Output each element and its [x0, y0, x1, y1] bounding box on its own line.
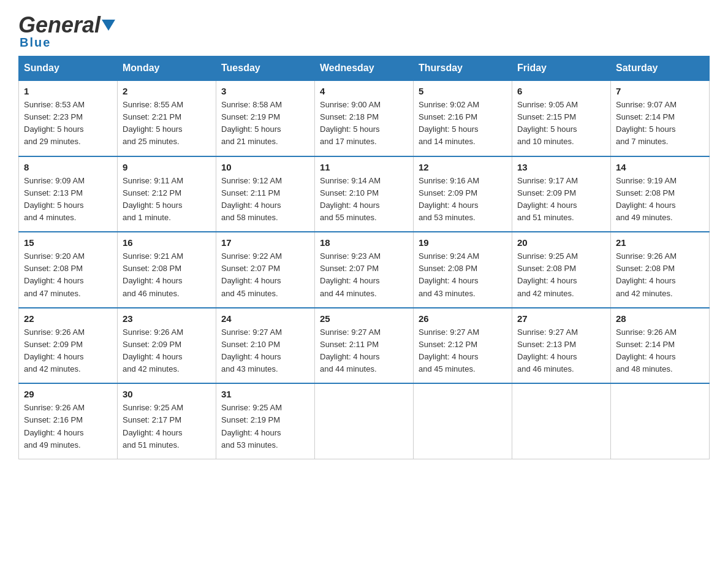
- day-info-14: Sunrise: 9:19 AMSunset: 2:08 PMDaylight:…: [616, 175, 704, 224]
- day-cell-30: 30Sunrise: 9:25 AMSunset: 2:17 PMDayligh…: [118, 383, 216, 459]
- day-cell-21: 21Sunrise: 9:26 AMSunset: 2:08 PMDayligh…: [611, 232, 710, 308]
- calendar-table: SundayMondayTuesdayWednesdayThursdayFrid…: [18, 56, 710, 459]
- day-cell-29: 29Sunrise: 9:26 AMSunset: 2:16 PMDayligh…: [19, 383, 118, 459]
- weekday-header-row: SundayMondayTuesdayWednesdayThursdayFrid…: [19, 56, 710, 81]
- week-row-4: 22Sunrise: 9:26 AMSunset: 2:09 PMDayligh…: [19, 308, 710, 384]
- day-info-28: Sunrise: 9:26 AMSunset: 2:14 PMDaylight:…: [616, 326, 704, 376]
- day-number-14: 14: [616, 162, 704, 172]
- day-cell-22: 22Sunrise: 9:26 AMSunset: 2:09 PMDayligh…: [19, 308, 118, 384]
- day-info-16: Sunrise: 9:21 AMSunset: 2:08 PMDaylight:…: [123, 250, 211, 300]
- weekday-header-sunday: Sunday: [19, 56, 118, 81]
- weekday-header-saturday: Saturday: [611, 56, 710, 81]
- day-info-19: Sunrise: 9:24 AMSunset: 2:08 PMDaylight:…: [419, 250, 507, 300]
- day-cell-17: 17Sunrise: 9:22 AMSunset: 2:07 PMDayligh…: [216, 232, 315, 308]
- day-info-13: Sunrise: 9:17 AMSunset: 2:09 PMDaylight:…: [517, 175, 605, 224]
- day-number-10: 10: [221, 162, 309, 172]
- weekday-header-thursday: Thursday: [414, 56, 512, 81]
- day-cell-27: 27Sunrise: 9:27 AMSunset: 2:13 PMDayligh…: [512, 308, 611, 384]
- day-number-15: 15: [24, 237, 112, 248]
- day-cell-6: 6Sunrise: 9:05 AMSunset: 2:15 PMDaylight…: [512, 80, 611, 156]
- day-info-24: Sunrise: 9:27 AMSunset: 2:10 PMDaylight:…: [221, 326, 309, 376]
- day-info-5: Sunrise: 9:02 AMSunset: 2:16 PMDaylight:…: [419, 99, 507, 148]
- day-number-28: 28: [616, 313, 704, 324]
- day-cell-13: 13Sunrise: 9:17 AMSunset: 2:09 PMDayligh…: [512, 156, 611, 232]
- day-cell-9: 9Sunrise: 9:11 AMSunset: 2:12 PMDaylight…: [118, 156, 216, 232]
- empty-cell: [315, 383, 414, 459]
- day-info-21: Sunrise: 9:26 AMSunset: 2:08 PMDaylight:…: [616, 250, 704, 300]
- day-cell-24: 24Sunrise: 9:27 AMSunset: 2:10 PMDayligh…: [216, 308, 315, 384]
- day-cell-16: 16Sunrise: 9:21 AMSunset: 2:08 PMDayligh…: [118, 232, 216, 308]
- day-info-3: Sunrise: 8:58 AMSunset: 2:19 PMDaylight:…: [221, 99, 309, 148]
- weekday-header-wednesday: Wednesday: [315, 56, 414, 81]
- svg-marker-0: [102, 20, 115, 31]
- day-number-13: 13: [517, 162, 605, 172]
- day-info-20: Sunrise: 9:25 AMSunset: 2:08 PMDaylight:…: [517, 250, 605, 300]
- day-info-27: Sunrise: 9:27 AMSunset: 2:13 PMDaylight:…: [517, 326, 605, 376]
- day-number-3: 3: [221, 86, 309, 96]
- day-info-2: Sunrise: 8:55 AMSunset: 2:21 PMDaylight:…: [123, 99, 211, 148]
- logo: General Blue: [18, 12, 115, 50]
- logo-general-text: General: [18, 12, 100, 38]
- day-info-26: Sunrise: 9:27 AMSunset: 2:12 PMDaylight:…: [419, 326, 507, 376]
- week-row-1: 1Sunrise: 8:53 AMSunset: 2:23 PMDaylight…: [19, 80, 710, 156]
- day-info-17: Sunrise: 9:22 AMSunset: 2:07 PMDaylight:…: [221, 250, 309, 300]
- week-row-2: 8Sunrise: 9:09 AMSunset: 2:13 PMDaylight…: [19, 156, 710, 232]
- day-info-11: Sunrise: 9:14 AMSunset: 2:10 PMDaylight:…: [320, 175, 408, 224]
- week-row-5: 29Sunrise: 9:26 AMSunset: 2:16 PMDayligh…: [19, 383, 710, 459]
- day-number-19: 19: [419, 237, 507, 248]
- day-cell-25: 25Sunrise: 9:27 AMSunset: 2:11 PMDayligh…: [315, 308, 414, 384]
- day-info-12: Sunrise: 9:16 AMSunset: 2:09 PMDaylight:…: [419, 175, 507, 224]
- day-number-29: 29: [24, 389, 112, 399]
- day-number-18: 18: [320, 237, 408, 248]
- day-number-17: 17: [221, 237, 309, 248]
- day-info-23: Sunrise: 9:26 AMSunset: 2:09 PMDaylight:…: [123, 326, 211, 376]
- day-number-12: 12: [419, 162, 507, 172]
- day-number-5: 5: [419, 86, 507, 96]
- day-info-10: Sunrise: 9:12 AMSunset: 2:11 PMDaylight:…: [221, 175, 309, 224]
- day-cell-5: 5Sunrise: 9:02 AMSunset: 2:16 PMDaylight…: [414, 80, 512, 156]
- day-number-20: 20: [517, 237, 605, 248]
- day-cell-20: 20Sunrise: 9:25 AMSunset: 2:08 PMDayligh…: [512, 232, 611, 308]
- day-number-16: 16: [123, 237, 211, 248]
- day-number-25: 25: [320, 313, 408, 324]
- day-number-21: 21: [616, 237, 704, 248]
- day-cell-15: 15Sunrise: 9:20 AMSunset: 2:08 PMDayligh…: [19, 232, 118, 308]
- day-number-4: 4: [320, 86, 408, 96]
- day-cell-2: 2Sunrise: 8:55 AMSunset: 2:21 PMDaylight…: [118, 80, 216, 156]
- day-cell-4: 4Sunrise: 9:00 AMSunset: 2:18 PMDaylight…: [315, 80, 414, 156]
- day-cell-14: 14Sunrise: 9:19 AMSunset: 2:08 PMDayligh…: [611, 156, 710, 232]
- logo-blue-text: Blue: [20, 36, 51, 50]
- day-info-4: Sunrise: 9:00 AMSunset: 2:18 PMDaylight:…: [320, 99, 408, 148]
- day-cell-18: 18Sunrise: 9:23 AMSunset: 2:07 PMDayligh…: [315, 232, 414, 308]
- day-cell-31: 31Sunrise: 9:25 AMSunset: 2:19 PMDayligh…: [216, 383, 315, 459]
- empty-cell: [414, 383, 512, 459]
- day-info-9: Sunrise: 9:11 AMSunset: 2:12 PMDaylight:…: [123, 175, 211, 224]
- day-info-6: Sunrise: 9:05 AMSunset: 2:15 PMDaylight:…: [517, 99, 605, 148]
- day-cell-10: 10Sunrise: 9:12 AMSunset: 2:11 PMDayligh…: [216, 156, 315, 232]
- day-info-22: Sunrise: 9:26 AMSunset: 2:09 PMDaylight:…: [24, 326, 112, 376]
- day-cell-12: 12Sunrise: 9:16 AMSunset: 2:09 PMDayligh…: [414, 156, 512, 232]
- day-cell-23: 23Sunrise: 9:26 AMSunset: 2:09 PMDayligh…: [118, 308, 216, 384]
- day-info-7: Sunrise: 9:07 AMSunset: 2:14 PMDaylight:…: [616, 99, 704, 148]
- empty-cell: [611, 383, 710, 459]
- day-cell-7: 7Sunrise: 9:07 AMSunset: 2:14 PMDaylight…: [611, 80, 710, 156]
- day-info-1: Sunrise: 8:53 AMSunset: 2:23 PMDaylight:…: [24, 99, 112, 148]
- day-info-8: Sunrise: 9:09 AMSunset: 2:13 PMDaylight:…: [24, 175, 112, 224]
- day-number-2: 2: [123, 86, 211, 96]
- day-number-11: 11: [320, 162, 408, 172]
- empty-cell: [512, 383, 611, 459]
- day-info-31: Sunrise: 9:25 AMSunset: 2:19 PMDaylight:…: [221, 402, 309, 451]
- day-cell-19: 19Sunrise: 9:24 AMSunset: 2:08 PMDayligh…: [414, 232, 512, 308]
- day-cell-3: 3Sunrise: 8:58 AMSunset: 2:19 PMDaylight…: [216, 80, 315, 156]
- day-number-8: 8: [24, 162, 112, 172]
- day-cell-26: 26Sunrise: 9:27 AMSunset: 2:12 PMDayligh…: [414, 308, 512, 384]
- day-info-30: Sunrise: 9:25 AMSunset: 2:17 PMDaylight:…: [123, 402, 211, 451]
- day-info-15: Sunrise: 9:20 AMSunset: 2:08 PMDaylight:…: [24, 250, 112, 300]
- day-info-29: Sunrise: 9:26 AMSunset: 2:16 PMDaylight:…: [24, 402, 112, 451]
- page-header: General Blue: [18, 12, 710, 50]
- day-number-30: 30: [123, 389, 211, 399]
- day-number-24: 24: [221, 313, 309, 324]
- day-number-27: 27: [517, 313, 605, 324]
- day-cell-8: 8Sunrise: 9:09 AMSunset: 2:13 PMDaylight…: [19, 156, 118, 232]
- day-number-23: 23: [123, 313, 211, 324]
